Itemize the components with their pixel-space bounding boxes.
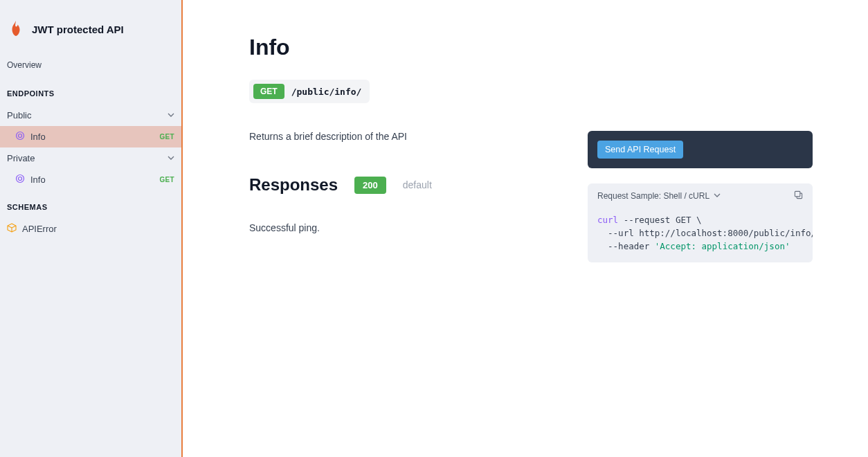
sidebar-item-private-info[interactable]: Info GET xyxy=(0,169,181,190)
main-content: Info GET /public/info/ Returns a brief d… xyxy=(183,0,868,457)
request-sample-selector[interactable]: Request Sample: Shell / cURL xyxy=(597,191,721,201)
request-sample-panel: Request Sample: Shell / cURL curl --requ… xyxy=(588,183,813,262)
target-icon xyxy=(15,174,25,186)
code-token: --url http://localhost:8000/public/info/… xyxy=(597,228,813,238)
sidebar-header: JWT protected API xyxy=(0,0,181,53)
overview-link[interactable]: Overview xyxy=(0,53,181,77)
box-icon xyxy=(7,223,17,235)
default-tab[interactable]: default xyxy=(403,179,432,190)
sidebar-item-label: Info xyxy=(30,132,46,142)
method-tag: GET xyxy=(160,133,174,141)
method-badge: GET xyxy=(253,84,284,99)
api-title: JWT protected API xyxy=(32,24,124,35)
svg-point-1 xyxy=(19,134,22,138)
send-api-request-button[interactable]: Send API Request xyxy=(597,141,683,159)
copy-icon[interactable] xyxy=(794,190,803,201)
responses-row: Responses 200 default xyxy=(249,175,560,195)
request-sample-label: Request Sample: Shell / cURL xyxy=(597,191,709,201)
chevron-down-icon xyxy=(714,191,721,201)
code-token: --header xyxy=(597,241,655,251)
code-sample: curl --request GET \ --url http://localh… xyxy=(588,208,813,262)
sidebar-item-label: Info xyxy=(30,174,46,185)
fire-icon xyxy=(8,19,24,39)
sidebar-group-public[interactable]: Public xyxy=(0,105,181,126)
response-description: Successful ping. xyxy=(249,222,560,233)
target-icon xyxy=(15,131,25,143)
status-badge-200[interactable]: 200 xyxy=(354,177,386,194)
send-request-panel: Send API Request xyxy=(588,131,813,168)
chevron-down-icon xyxy=(168,110,174,120)
svg-point-3 xyxy=(19,177,22,181)
code-token: --request GET \ xyxy=(618,215,701,225)
sidebar-item-label: APIError xyxy=(22,224,57,234)
endpoint-pill: GET /public/info/ xyxy=(249,80,370,103)
endpoint-description: Returns a brief description of the API xyxy=(249,131,560,142)
endpoint-path: /public/info/ xyxy=(291,87,362,97)
sidebar-item-schema-apierror[interactable]: APIError xyxy=(0,218,181,240)
page-title: Info xyxy=(249,35,813,60)
code-token-cmd: curl xyxy=(597,215,618,225)
code-token-string: 'Accept: application/json' xyxy=(655,241,790,251)
sidebar-group-label: Private xyxy=(7,153,35,163)
endpoints-section-header: ENDPOINTS xyxy=(0,77,181,105)
svg-point-0 xyxy=(17,132,24,140)
svg-rect-5 xyxy=(795,191,799,196)
sidebar-group-label: Public xyxy=(7,110,31,120)
schemas-section-header: SCHEMAS xyxy=(0,190,181,218)
svg-point-2 xyxy=(17,175,24,183)
chevron-down-icon xyxy=(168,153,174,163)
method-tag: GET xyxy=(160,176,174,183)
responses-heading: Responses xyxy=(249,175,338,195)
sidebar-item-public-info[interactable]: Info GET xyxy=(0,126,181,147)
sidebar-group-private[interactable]: Private xyxy=(0,147,181,169)
sidebar: JWT protected API Overview ENDPOINTS Pub… xyxy=(0,0,183,457)
